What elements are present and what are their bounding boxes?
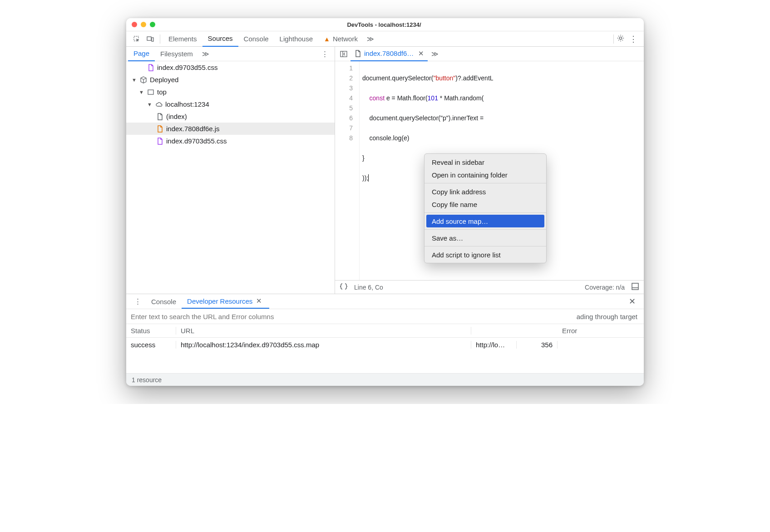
tree-index-label: (index) <box>166 113 187 120</box>
more-file-tabs-icon[interactable]: ≫ <box>428 50 442 58</box>
devresources-search-input[interactable] <box>126 313 570 320</box>
show-coverage-icon[interactable] <box>631 282 639 292</box>
loading-status: ading through target <box>570 313 644 320</box>
tree-host[interactable]: ▼ localhost:1234 <box>126 98 335 110</box>
file-tab-label: index.7808df6… <box>364 49 414 57</box>
zoom-window-button[interactable] <box>150 22 155 27</box>
menu-add-to-ignore-list[interactable]: Add script to ignore list <box>424 248 546 261</box>
col-status[interactable]: Status <box>126 327 176 335</box>
main-tabstrip: Elements Sources Console Lighthouse ▲Net… <box>126 31 644 47</box>
editor-status-bar: Line 6, Co Coverage: n/a <box>335 280 644 294</box>
tree-js-file[interactable]: index.7808df6e.js <box>126 123 335 135</box>
menu-copy-link-address[interactable]: Copy link address <box>424 185 546 198</box>
close-drawer-tab-icon[interactable]: ✕ <box>254 297 264 305</box>
warning-icon: ▲ <box>324 35 330 43</box>
window-controls <box>132 22 155 27</box>
resource-count: 1 resource <box>132 376 162 384</box>
tree-top[interactable]: ▼ top <box>126 86 335 98</box>
page-subtab[interactable]: Page <box>128 47 155 61</box>
file-tab[interactable]: index.7808df6… ✕ <box>350 47 428 61</box>
cell-url: http://localhost:1234/index.d9703d55.css… <box>176 341 471 349</box>
pretty-print-icon[interactable] <box>340 282 348 292</box>
cursor-position: Line 6, Co <box>354 284 383 291</box>
more-tabs-icon[interactable]: ≫ <box>363 35 378 43</box>
cell-status: success <box>126 341 176 349</box>
svg-rect-7 <box>632 283 638 290</box>
cell-size: 356 <box>517 341 558 349</box>
kebab-menu-icon[interactable]: ⋮ <box>629 34 637 44</box>
disclosure-triangle-icon[interactable]: ▼ <box>139 89 144 95</box>
cell-initiator: http://lo… <box>471 341 517 349</box>
tree-index[interactable]: (index) <box>126 110 335 123</box>
tree-deployed-label: Deployed <box>150 76 178 84</box>
svg-rect-1 <box>147 37 151 40</box>
tree-deployed[interactable]: ▼ Deployed <box>126 74 335 86</box>
tree-css2-file[interactable]: index.d9703d55.css <box>126 135 335 147</box>
settings-icon[interactable] <box>617 34 625 44</box>
tree-js-label: index.7808df6e.js <box>166 125 220 133</box>
table-row[interactable]: success http://localhost:1234/index.d970… <box>126 338 644 351</box>
drawer: ⋮ Console Developer Resources ✕ ✕ ading … <box>126 294 644 386</box>
close-window-button[interactable] <box>132 22 137 27</box>
package-icon <box>140 76 147 84</box>
line-gutter: 12345678 <box>335 61 360 280</box>
tab-lighthouse[interactable]: Lighthouse <box>274 31 318 47</box>
close-drawer-icon[interactable]: ✕ <box>624 296 640 306</box>
toggle-navigator-icon[interactable] <box>337 50 350 58</box>
menu-open-containing-folder[interactable]: Open in containing folder <box>424 168 546 181</box>
tree-file-label: index.d9703d55.css <box>157 64 217 71</box>
context-menu: Reveal in sidebar Open in containing fol… <box>424 153 547 263</box>
minimize-window-button[interactable] <box>141 22 146 27</box>
resources-table: Status URL Error success http://localhos… <box>126 324 644 373</box>
disclosure-triangle-icon[interactable]: ▼ <box>147 102 153 107</box>
file-icon <box>354 50 361 57</box>
tab-network-label: Network <box>333 35 358 43</box>
navigator-more-icon[interactable]: ≫ <box>198 50 213 58</box>
menu-copy-file-name[interactable]: Copy file name <box>424 198 546 211</box>
titlebar: DevTools - localhost:1234/ <box>126 18 644 31</box>
tab-network[interactable]: ▲Network <box>318 31 363 47</box>
frame-icon <box>147 89 154 96</box>
filesystem-subtab[interactable]: Filesystem <box>155 47 198 61</box>
device-toggle-icon[interactable] <box>143 35 157 43</box>
window-title: DevTools - localhost:1234/ <box>155 21 613 28</box>
drawer-tab-devresources-label: Developer Resources <box>187 297 252 305</box>
disclosure-triangle-icon[interactable]: ▼ <box>132 77 137 83</box>
drawer-footer: 1 resource <box>126 373 644 386</box>
col-error[interactable]: Error <box>558 327 644 335</box>
navigator-kebab-icon[interactable]: ⋮ <box>317 50 333 58</box>
tab-console[interactable]: Console <box>238 31 274 47</box>
tree-top-label: top <box>157 88 167 96</box>
svg-rect-2 <box>152 38 153 41</box>
tree-file-css[interactable]: index.d9703d55.css <box>126 61 335 74</box>
coverage-status: Coverage: n/a <box>585 284 625 291</box>
menu-save-as[interactable]: Save as… <box>424 232 546 244</box>
close-tab-icon[interactable]: ✕ <box>418 49 424 58</box>
cloud-icon <box>155 101 163 108</box>
tree-host-label: localhost:1234 <box>165 100 209 108</box>
menu-reveal-in-sidebar[interactable]: Reveal in sidebar <box>424 156 546 168</box>
col-url[interactable]: URL <box>176 327 471 335</box>
svg-point-3 <box>619 37 622 39</box>
inspect-icon[interactable] <box>130 35 143 43</box>
drawer-tab-console[interactable]: Console <box>146 294 182 309</box>
drawer-tab-devresources[interactable]: Developer Resources ✕ <box>182 294 269 309</box>
tab-sources[interactable]: Sources <box>202 31 238 47</box>
navigator-pane: Page Filesystem ≫ ⋮ index.d9703d55.css ▼… <box>126 47 335 294</box>
menu-add-source-map[interactable]: Add source map… <box>426 215 544 227</box>
tab-elements[interactable]: Elements <box>163 31 202 47</box>
svg-rect-4 <box>148 90 153 94</box>
tree-css2-label: index.d9703d55.css <box>166 137 227 145</box>
devtools-window: DevTools - localhost:1234/ Elements Sour… <box>126 18 644 386</box>
drawer-kebab-icon[interactable]: ⋮ <box>130 297 146 305</box>
file-tree: index.d9703d55.css ▼ Deployed ▼ top ▼ lo… <box>126 61 335 294</box>
